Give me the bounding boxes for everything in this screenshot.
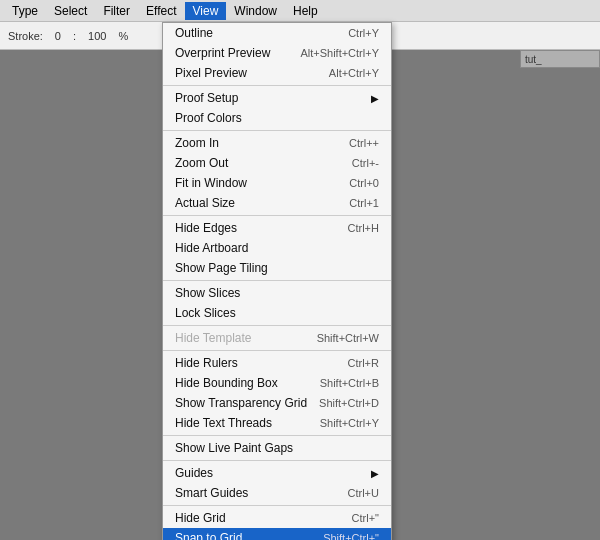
stroke-label: Stroke: xyxy=(4,29,47,43)
menu-item-hide-edges[interactable]: Hide Edges Ctrl+H xyxy=(163,218,391,238)
separator-9 xyxy=(163,505,391,506)
menu-item-show-slices[interactable]: Show Slices xyxy=(163,283,391,303)
menu-item-hide-bounding-box[interactable]: Hide Bounding Box Shift+Ctrl+B xyxy=(163,373,391,393)
menu-window[interactable]: Window xyxy=(226,2,285,20)
menu-item-show-live-paint[interactable]: Show Live Paint Gaps xyxy=(163,438,391,458)
separator-8 xyxy=(163,460,391,461)
separator-7 xyxy=(163,435,391,436)
menu-item-snap-to-grid[interactable]: Snap to Grid Shift+Ctrl+" xyxy=(163,528,391,540)
menu-item-lock-slices[interactable]: Lock Slices xyxy=(163,303,391,323)
menu-item-fit-window[interactable]: Fit in Window Ctrl+0 xyxy=(163,173,391,193)
separator-3 xyxy=(163,215,391,216)
menu-help[interactable]: Help xyxy=(285,2,326,20)
opacity-value[interactable]: 100 xyxy=(84,29,110,43)
menu-item-actual-size[interactable]: Actual Size Ctrl+1 xyxy=(163,193,391,213)
menu-item-outline[interactable]: Outline Ctrl+Y xyxy=(163,23,391,43)
menu-item-hide-text-threads[interactable]: Hide Text Threads Shift+Ctrl+Y xyxy=(163,413,391,433)
separator-1 xyxy=(163,85,391,86)
menu-item-proof-setup[interactable]: Proof Setup ▶ xyxy=(163,88,391,108)
menu-item-overprint-preview[interactable]: Overprint Preview Alt+Shift+Ctrl+Y xyxy=(163,43,391,63)
menu-type[interactable]: Type xyxy=(4,2,46,20)
arrow-icon: ▶ xyxy=(371,93,379,104)
menubar: Type Select Filter Effect View Window He… xyxy=(0,0,600,22)
opacity-unit: % xyxy=(114,29,132,43)
menu-filter[interactable]: Filter xyxy=(95,2,138,20)
guides-arrow-icon: ▶ xyxy=(371,468,379,479)
menu-item-zoom-in[interactable]: Zoom In Ctrl++ xyxy=(163,133,391,153)
menu-effect[interactable]: Effect xyxy=(138,2,184,20)
opacity-label: : xyxy=(69,29,80,43)
stroke-value[interactable]: 0 xyxy=(51,29,65,43)
menu-item-pixel-preview[interactable]: Pixel Preview Alt+Ctrl+Y xyxy=(163,63,391,83)
menu-select[interactable]: Select xyxy=(46,2,95,20)
menu-item-hide-template[interactable]: Hide Template Shift+Ctrl+W xyxy=(163,328,391,348)
menu-item-guides[interactable]: Guides ▶ xyxy=(163,463,391,483)
view-menu-dropdown: Outline Ctrl+Y Overprint Preview Alt+Shi… xyxy=(162,22,392,540)
menu-item-hide-rulers[interactable]: Hide Rulers Ctrl+R xyxy=(163,353,391,373)
separator-5 xyxy=(163,325,391,326)
menu-item-hide-artboard[interactable]: Hide Artboard xyxy=(163,238,391,258)
menu-item-hide-grid[interactable]: Hide Grid Ctrl+" xyxy=(163,508,391,528)
separator-2 xyxy=(163,130,391,131)
separator-6 xyxy=(163,350,391,351)
separator-4 xyxy=(163,280,391,281)
menu-item-zoom-out[interactable]: Zoom Out Ctrl+- xyxy=(163,153,391,173)
menu-item-show-transparency[interactable]: Show Transparency Grid Shift+Ctrl+D xyxy=(163,393,391,413)
menu-view[interactable]: View xyxy=(185,2,227,20)
menu-item-show-page-tiling[interactable]: Show Page Tiling xyxy=(163,258,391,278)
menu-item-proof-colors[interactable]: Proof Colors xyxy=(163,108,391,128)
document-title[interactable]: tut_ xyxy=(520,50,600,68)
menu-item-smart-guides[interactable]: Smart Guides Ctrl+U xyxy=(163,483,391,503)
